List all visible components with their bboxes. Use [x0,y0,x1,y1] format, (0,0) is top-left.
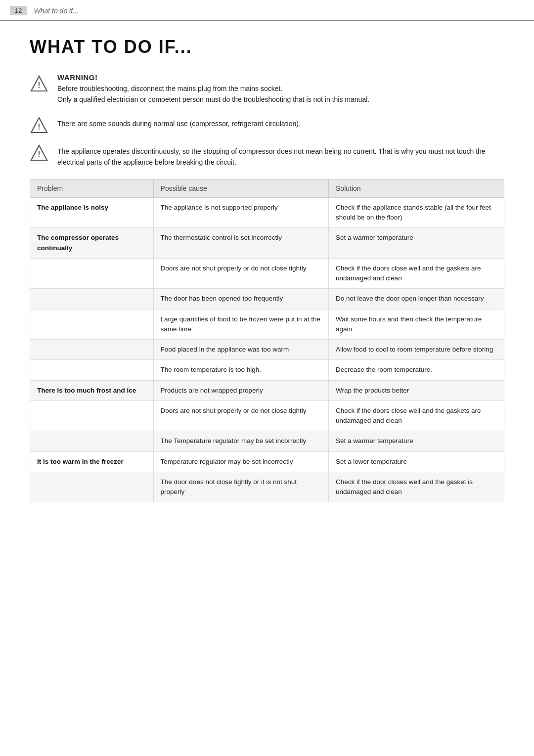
note-discontinuous-text: The appliance operates discontinuously, … [57,143,504,168]
table-cell-cause: Temperature regulator may be set incorre… [153,451,328,472]
table-cell-cause: The door has been opened too frequently [153,289,328,309]
table-cell-problem [30,289,153,309]
table-cell-cause: The room temperature is too high. [153,360,328,380]
table-cell-problem [30,258,153,289]
table-cell-problem: There is too much frost and ice [30,380,153,400]
table-row: Doors are not shut properly or do not cl… [30,400,504,431]
table-cell-problem [30,400,153,431]
svg-text:!: ! [38,123,40,131]
table-cell-cause: The Temperature regulator may be set inc… [153,431,328,451]
table-row: The door has been opened too frequentlyD… [30,289,504,309]
table-cell-solution: Set a warmer temperature [329,228,504,259]
table-cell-solution: Decrease the room temperature. [329,360,504,380]
page-header: 12 What to do if... [0,0,534,21]
table-cell-cause: Products are not wrapped properly [153,380,328,400]
table-cell-problem: The compressor operates continually [30,228,153,259]
svg-text:!: ! [38,81,40,89]
note-sounds-block: ! There are some sounds during normal us… [30,116,504,134]
table-cell-solution: Check if the door closes well and the ga… [329,472,504,502]
table-row: The door does not close tightly or it is… [30,472,504,502]
table-cell-cause: The appliance is not supported properly [153,197,328,228]
table-cell-solution: Wrap the products better [329,380,504,400]
table-cell-cause: Food placed in the appliance was too war… [153,340,328,360]
table-row: The Temperature regulator may be set inc… [30,431,504,451]
table-cell-solution: Check if the doors close well and the ga… [329,258,504,289]
table-cell-cause: The thermostatic control is set incorrec… [153,228,328,259]
table-cell-solution: Check if the appliance stands stable (al… [329,197,504,228]
table-cell-solution: Check if the doors close well and the ga… [329,400,504,431]
warning-block: ! WARNING! Before troubleshooting, disco… [30,73,504,105]
note-sounds-icon: ! [30,116,48,134]
table-row: Doors are not shut properly or do not cl… [30,258,504,289]
table-cell-solution: Wait some hours and then check the tempe… [329,309,504,340]
table-row: There is too much frost and iceProducts … [30,380,504,400]
section-title: WHAT TO DO IF... [30,37,504,57]
page-header-title: What to do if... [34,7,78,15]
page-container: 12 What to do if... WHAT TO DO IF... ! W… [0,0,534,756]
table-cell-problem [30,309,153,340]
table-cell-problem: It is too warm in the freezer [30,451,153,472]
col-header-problem: Problem [30,179,153,198]
troubleshooting-table: Problem Possible cause Solution The appl… [30,179,504,502]
troubleshooting-table-wrapper: Problem Possible cause Solution The appl… [30,179,504,503]
table-cell-cause: Doors are not shut properly or do not cl… [153,400,328,431]
table-cell-cause: Large quantities of food to be frozen we… [153,309,328,340]
svg-text:!: ! [38,150,40,159]
table-cell-cause: The door does not close tightly or it is… [153,472,328,502]
table-row: The room temperature is too high.Decreas… [30,360,504,380]
table-cell-problem [30,472,153,502]
table-cell-cause: Doors are not shut properly or do not cl… [153,258,328,289]
table-row: Food placed in the appliance was too war… [30,340,504,360]
table-body: The appliance is noisyThe appliance is n… [30,197,504,502]
table-row: Large quantities of food to be frozen we… [30,309,504,340]
table-cell-solution: Set a lower temperature [329,451,504,472]
table-row: It is too warm in the freezerTemperature… [30,451,504,472]
col-header-solution: Solution [329,179,504,198]
table-cell-problem [30,360,153,380]
warning-text: Before troubleshooting, disconnect the m… [57,84,504,105]
note-discontinuous-icon: ! [30,143,48,162]
warning-title: WARNING! [57,73,504,82]
note-discontinuous-block: ! The appliance operates discontinuously… [30,143,504,168]
page-number: 12 [10,6,27,15]
main-content: WHAT TO DO IF... ! WARNING! Before troub… [0,21,534,522]
table-cell-problem: The appliance is noisy [30,197,153,228]
table-header-row: Problem Possible cause Solution [30,179,504,198]
table-cell-solution: Do not leave the door open longer than n… [329,289,504,309]
warning-icon: ! [30,74,48,93]
table-row: The appliance is noisyThe appliance is n… [30,197,504,228]
table-cell-problem [30,431,153,451]
table-cell-problem [30,340,153,360]
table-cell-solution: Set a warmer temperature [329,431,504,451]
table-cell-solution: Allow food to cool to room temperature b… [329,340,504,360]
warning-text-block: WARNING! Before troubleshooting, disconn… [57,73,504,105]
note-sounds-text: There are some sounds during normal use … [57,116,301,130]
table-row: The compressor operates continuallyThe t… [30,228,504,259]
col-header-cause: Possible cause [153,179,328,198]
